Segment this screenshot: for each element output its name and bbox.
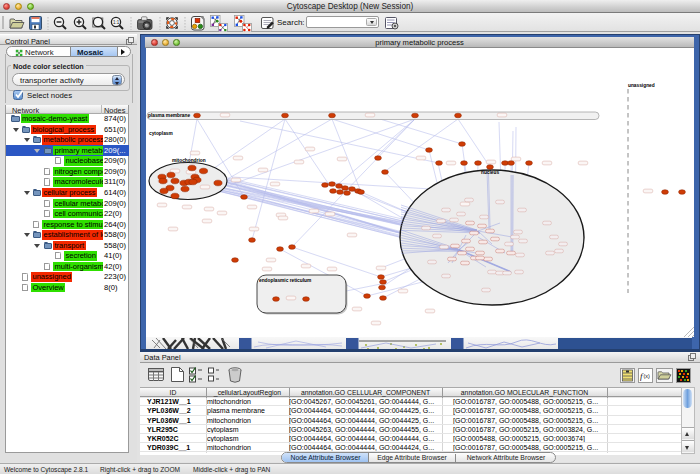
svg-text:plasma membrane: plasma membrane [148, 113, 190, 118]
svg-text:mitochondrion: mitochondrion [172, 157, 206, 162]
svg-text:endoplasmic reticulum: endoplasmic reticulum [259, 277, 311, 282]
svg-text:cytoplasm: cytoplasm [149, 130, 173, 135]
svg-text:(x): (x) [644, 373, 651, 379]
svg-text:unassigned: unassigned [628, 82, 655, 87]
svg-text:1:1: 1:1 [113, 20, 120, 25]
svg-text:nucleus: nucleus [481, 169, 499, 174]
